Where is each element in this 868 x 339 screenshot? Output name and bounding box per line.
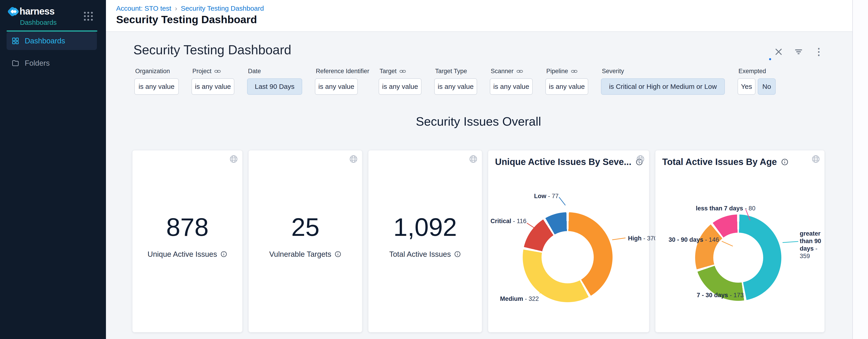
chart-unique-active-issues-by-severity: Unique Active Issues By Seve... High - 3… <box>488 150 649 332</box>
globe-icon[interactable] <box>811 154 820 164</box>
close-icon[interactable] <box>774 47 783 56</box>
breadcrumb-account-link[interactable]: Account: STO test <box>116 4 171 12</box>
filter-date: Date Last 90 Days <box>247 68 302 95</box>
page-header: Account: STO test › Security Testing Das… <box>106 0 868 32</box>
folder-icon <box>11 59 19 67</box>
info-icon[interactable] <box>334 251 341 258</box>
module-label: Dashboards <box>20 19 57 26</box>
globe-icon[interactable] <box>636 154 645 164</box>
chevron-right-icon: › <box>175 4 177 12</box>
brand-row: harness Dashboards <box>0 0 106 25</box>
info-icon[interactable] <box>781 158 788 166</box>
link-icon <box>399 68 406 75</box>
filter-target: Target is any value <box>379 68 422 95</box>
filter-severity: Severity is Critical or High or Medium o… <box>601 68 725 95</box>
filter-pipeline: Pipeline is any value <box>546 68 588 95</box>
breadcrumb-dashboard-link[interactable]: Security Testing Dashboard <box>181 4 264 12</box>
panel-toolbar: ⋮ <box>774 47 823 56</box>
slice-label-critical: Critical - 116 <box>491 218 527 225</box>
tile-value: 25 <box>291 213 320 242</box>
filter-project: Project is any value <box>191 68 235 95</box>
dashboards-icon <box>11 37 19 45</box>
sidebar-nav: Dashboards Folders <box>0 25 106 72</box>
vertical-scrollbar[interactable] <box>852 0 868 339</box>
slice-label-medium: Medium - 322 <box>500 295 539 303</box>
apps-grid-icon[interactable] <box>84 12 93 21</box>
filter-project-value[interactable]: is any value <box>191 78 235 95</box>
sidebar-item-label: Dashboards <box>25 36 65 45</box>
tile-total-active-issues: 1,092 Total Active Issues <box>368 150 482 332</box>
filter-label: Project <box>192 68 212 75</box>
filter-label: Target <box>379 68 397 75</box>
module-underline <box>7 30 97 32</box>
callout-line <box>612 238 626 240</box>
slice-label-high: High - 370 <box>628 235 657 242</box>
breadcrumb: Account: STO test › Security Testing Das… <box>116 4 264 12</box>
chart-total-active-issues-by-age: Total Active Issues By Age greater than … <box>655 150 825 332</box>
link-icon <box>214 68 221 75</box>
kebab-menu-icon[interactable]: ⋮ <box>814 47 823 56</box>
filter-label: Reference Identifier <box>316 68 369 75</box>
tile-value: 878 <box>166 213 209 242</box>
filter-pipeline-value[interactable]: is any value <box>546 78 588 95</box>
filter-icon[interactable] <box>794 47 803 56</box>
sidebar-item-label: Folders <box>25 59 50 67</box>
donut-chart-severity[interactable] <box>523 212 613 302</box>
filter-severity-value[interactable]: is Critical or High or Medium or Low <box>601 78 725 95</box>
slice-label-less-7: less than 7 days - 80 <box>696 205 755 212</box>
exempted-no-button[interactable]: No <box>758 78 776 95</box>
link-icon <box>571 68 578 75</box>
filter-reference-identifier: Reference Identifier is any value <box>315 68 366 95</box>
filter-target-type: Target Type is any value <box>434 68 477 95</box>
filter-label: Severity <box>602 68 624 75</box>
filter-date-value[interactable]: Last 90 Days <box>247 78 302 95</box>
slice-label-low: Low - 77 <box>524 193 559 200</box>
slice-label-greater-90: greater than 90 days - 359 <box>800 230 827 260</box>
filter-scanner-value[interactable]: is any value <box>490 78 533 95</box>
filter-reference-identifier-value[interactable]: is any value <box>315 78 358 95</box>
brand-name: harness <box>20 6 55 17</box>
callout-line <box>782 241 798 243</box>
notification-dot <box>769 58 771 60</box>
cards-row: 878 Unique Active Issues 25 Vulnerab <box>132 150 852 332</box>
tile-unique-active-issues: 878 Unique Active Issues <box>132 150 243 332</box>
filter-organization: Organization is any value <box>134 68 179 95</box>
sidebar-item-dashboards[interactable]: Dashboards <box>7 32 97 50</box>
filter-label: Organization <box>135 68 170 75</box>
filter-label: Scanner <box>491 68 514 75</box>
filter-label: Date <box>248 68 261 75</box>
section-title: Security Issues Overall <box>132 114 825 129</box>
link-icon <box>516 68 523 75</box>
filter-label: Pipeline <box>546 68 568 75</box>
sidebar: harness Dashboards Dashboards <box>0 0 106 339</box>
filter-label: Exempted <box>739 68 766 75</box>
filter-target-value[interactable]: is any value <box>379 78 422 95</box>
filter-label: Target Type <box>435 68 467 75</box>
tile-label: Total Active Issues <box>389 250 451 259</box>
tile-label: Vulnerable Targets <box>269 250 331 259</box>
tile-label: Unique Active Issues <box>148 250 217 259</box>
sidebar-item-folders[interactable]: Folders <box>7 54 97 72</box>
chart-title: Unique Active Issues By Seve... <box>495 157 631 167</box>
dashboard-panel-title: Security Testing Dashboard <box>133 42 852 57</box>
filter-exempted: Exempted Yes No <box>738 68 776 95</box>
filter-organization-value[interactable]: is any value <box>134 78 179 95</box>
callout-line <box>559 197 566 206</box>
slice-label-7-30: 7 - 30 days - 173 <box>697 292 744 299</box>
filter-target-type-value[interactable]: is any value <box>434 78 477 95</box>
donut-chart-age[interactable] <box>695 215 781 301</box>
info-icon[interactable] <box>220 251 227 258</box>
filter-scanner: Scanner is any value <box>490 68 533 95</box>
exempted-yes-button[interactable]: Yes <box>738 78 755 95</box>
main-content: Security Testing Dashboard ⋮ Organizatio… <box>106 32 852 339</box>
tile-value: 1,092 <box>393 213 457 242</box>
info-icon[interactable] <box>454 251 461 258</box>
tile-vulnerable-targets: 25 Vulnerable Targets <box>248 150 362 332</box>
page-title: Security Testing Dashboard <box>116 13 257 26</box>
slice-label-30-90: 30 - 90 days - 146 <box>669 236 719 243</box>
filter-bar: Organization is any value Project is any… <box>134 68 852 95</box>
chart-title: Total Active Issues By Age <box>662 157 777 167</box>
